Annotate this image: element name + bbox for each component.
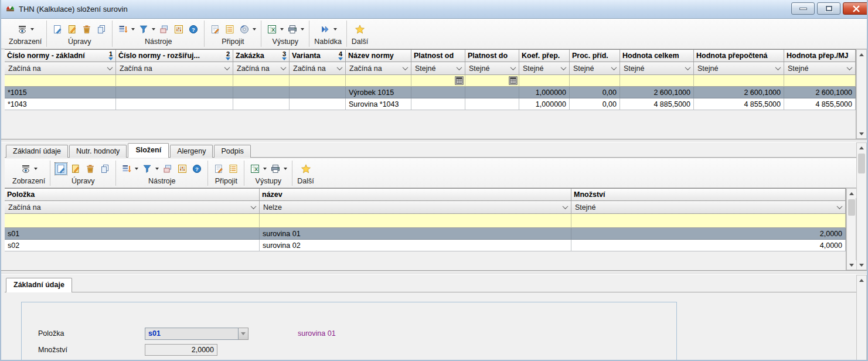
quick-search-row[interactable] [5, 214, 846, 228]
quick-search-row[interactable] [5, 75, 856, 87]
table-cell[interactable]: 2 600,1000 [694, 87, 784, 98]
dropdown-arrow-icon[interactable] [280, 28, 284, 30]
edit-icon[interactable] [70, 163, 81, 175]
quick-search-cell[interactable] [233, 75, 290, 87]
table-cell[interactable]: 1,000000 [519, 87, 570, 98]
table-cell[interactable]: *1043 [5, 98, 116, 110]
horizontal-splitter[interactable] [1, 270, 867, 275]
filter-dropdown[interactable]: Stejné [519, 62, 570, 75]
filter-dropdown[interactable]: Stejné [784, 62, 856, 75]
sort-icon[interactable] [117, 23, 129, 35]
filter-dropdown[interactable]: Začíná na [5, 62, 116, 75]
dropdown-arrow-icon[interactable] [152, 28, 155, 30]
column-header[interactable]: Platnost do [465, 50, 519, 62]
filter-dropdown[interactable]: Stejné [411, 62, 465, 75]
tab-podpis[interactable]: Podpis [214, 145, 250, 158]
calendar-icon[interactable] [455, 76, 464, 85]
quick-search-cell[interactable] [571, 214, 846, 228]
copy-icon[interactable] [99, 163, 111, 175]
filter-icon[interactable] [138, 23, 149, 35]
help-icon[interactable]: ? [188, 23, 199, 35]
scroll-down-icon[interactable] [847, 260, 856, 270]
table-row[interactable]: *1043Surovina *10431,0000000,004 885,500… [5, 98, 856, 110]
table-cell[interactable]: 0,00 [570, 87, 620, 98]
column-header[interactable]: Hodnota celkem [620, 50, 694, 62]
combo-dropdown-button[interactable] [239, 328, 249, 340]
table-cell[interactable]: surovina 02 [260, 240, 571, 251]
tab-alergeny[interactable]: Alergeny [170, 145, 213, 158]
settings-icon[interactable] [176, 163, 188, 175]
column-header[interactable]: Zakázka3 [233, 50, 290, 62]
table-cell[interactable] [290, 87, 346, 98]
quick-search-cell[interactable] [116, 75, 233, 87]
table-cell[interactable] [290, 98, 346, 110]
table-cell[interactable] [411, 87, 465, 98]
column-header[interactable]: název [260, 189, 571, 201]
filter-dropdown[interactable]: Začíná na [233, 62, 290, 75]
star-icon[interactable] [354, 23, 366, 35]
filter-dropdown[interactable]: Začíná na [116, 62, 233, 75]
menu-icon[interactable] [319, 23, 331, 35]
column-header[interactable]: Platnost od [411, 50, 465, 62]
note-icon[interactable] [209, 23, 221, 35]
norms-grid-scrollbar[interactable] [856, 49, 867, 139]
scroll-up-icon[interactable] [857, 275, 866, 285]
polozka-combo[interactable]: s01 [145, 328, 239, 340]
dropdown-arrow-icon[interactable] [333, 28, 337, 30]
table-cell[interactable]: 4 855,5000 [784, 98, 856, 110]
quick-search-cell[interactable] [465, 75, 519, 87]
scroll-thumb[interactable] [848, 199, 855, 216]
detail-panel-scrollbar[interactable] [856, 142, 867, 270]
table-cell[interactable]: 2 600,1000 [784, 87, 856, 98]
column-header[interactable]: Koef. přep. [519, 50, 570, 62]
filter-dropdown[interactable]: Stejné [571, 201, 846, 214]
excel-icon[interactable]: X [249, 163, 261, 175]
table-cell[interactable] [233, 87, 290, 98]
table-cell[interactable]: 2 600,1000 [620, 87, 694, 98]
eye-icon[interactable] [20, 163, 32, 175]
star-icon[interactable] [300, 163, 312, 175]
excel-icon[interactable]: X [266, 23, 278, 35]
dropdown-arrow-icon[interactable] [263, 168, 267, 170]
scroll-up-icon[interactable] [857, 50, 866, 59]
table-cell[interactable] [465, 98, 519, 110]
column-header[interactable]: Hodnota přep./MJ [784, 50, 856, 62]
settings-icon[interactable] [173, 23, 185, 35]
filter-icon[interactable] [141, 163, 153, 175]
column-header[interactable]: Položka [5, 189, 260, 201]
scroll-up-icon[interactable] [847, 189, 856, 198]
column-header[interactable]: Proc. příd. [570, 50, 620, 62]
quick-search-cell[interactable] [5, 75, 116, 87]
table-row[interactable]: *1015Výrobek 10151,0000000,002 600,10002… [5, 87, 856, 98]
print-icon[interactable] [270, 163, 281, 175]
mnozstvi-field[interactable]: 2,0000 [145, 344, 217, 356]
quick-search-cell[interactable] [784, 75, 856, 87]
filter-dropdown[interactable]: Nelze [260, 201, 571, 214]
column-header[interactable]: Název normy [346, 50, 411, 62]
filter-dropdown[interactable]: Začíná na [290, 62, 346, 75]
quick-search-cell[interactable] [290, 75, 346, 87]
dropdown-arrow-icon[interactable] [253, 28, 256, 30]
scroll-down-icon[interactable] [857, 260, 866, 270]
filter-dropdown[interactable]: Stejné [620, 62, 694, 75]
column-header[interactable]: Varianta4 [290, 50, 346, 62]
dropdown-arrow-icon[interactable] [135, 168, 138, 170]
table-cell[interactable]: 4,0000 [571, 240, 846, 251]
tab-zakladni-udaje[interactable]: Základní údaje [6, 145, 68, 158]
copy-icon[interactable] [96, 23, 107, 35]
scroll-up-icon[interactable] [857, 143, 866, 152]
filter-dropdown[interactable]: Začíná na [346, 62, 411, 75]
dropdown-arrow-icon[interactable] [155, 168, 159, 170]
quick-search-cell[interactable] [346, 75, 411, 87]
table-cell[interactable]: Surovina *1043 [346, 98, 411, 110]
filter-dropdown[interactable]: Stejné [570, 62, 620, 75]
table-cell[interactable]: 4 885,5000 [620, 98, 694, 110]
table-cell[interactable] [116, 98, 233, 110]
quick-search-cell[interactable] [570, 75, 620, 87]
column-header[interactable]: Číslo normy - základní1 [5, 50, 116, 62]
table-cell[interactable]: s02 [5, 240, 260, 251]
quick-search-cell[interactable] [411, 75, 465, 87]
scroll-down-icon[interactable] [857, 129, 866, 138]
checklist-icon[interactable] [224, 23, 236, 35]
edit-icon[interactable] [66, 23, 78, 35]
